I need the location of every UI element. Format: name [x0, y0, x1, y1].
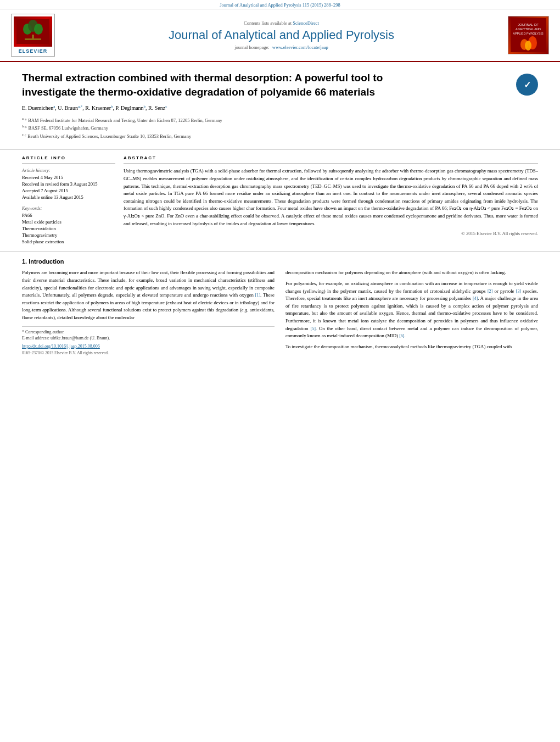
crossmark-icon: ✓: [516, 74, 538, 96]
contents-line: Contents lists available at ScienceDirec…: [60, 20, 502, 26]
keywords-label: Keywords:: [22, 205, 115, 211]
intro-right-para2: For polyamides, for example, an oxidizin…: [285, 280, 538, 340]
right-column: ABSTRACT Using thermogravimetric analysi…: [124, 155, 538, 246]
accepted-date: Accepted 7 August 2015: [22, 188, 115, 193]
authors: E. Duemichena, U. Brauna,*, R. Kraemerb,…: [22, 104, 538, 111]
abstract-copyright: © 2015 Elsevier B.V. All rights reserved…: [124, 231, 538, 236]
journal-header: ELSEVIER Contents lists available at Sci…: [0, 9, 560, 62]
affiliation-b: b ᵇ BASF SE, 67056 Ludwigshafen, Germany: [22, 124, 538, 132]
journal-citation: Journal of Analytical and Applied Pyroly…: [0, 0, 560, 9]
email-note: E-mail address: ulrike.braun@bam.de (U. …: [22, 336, 275, 341]
keyword-3: Thermo-oxidation: [22, 226, 115, 231]
keywords-section: Keywords: PA66 Metal oxide particles The…: [22, 205, 115, 244]
tree-icon: [16, 19, 49, 44]
affiliation-a: a ᵃ BAM Federal Institute for Material R…: [22, 116, 538, 124]
journal-logo-icon: JOURNAL OF ANALYTICAL AND APPLIED PYROLY…: [511, 18, 546, 52]
abstract-text: Using thermogravimetric analysis (TGA) w…: [124, 168, 538, 227]
keyword-5: Solid-phase extraction: [22, 239, 115, 244]
keyword-4: Thermogravimetry: [22, 232, 115, 238]
intro-right-para3: To investigate the decomposition mechani…: [285, 343, 538, 351]
keyword-1: PA66: [22, 213, 115, 218]
article-meta: Thermal extraction combined with thermal…: [0, 62, 560, 149]
intro-left-text: Polymers are becoming more and more impo…: [22, 269, 275, 321]
homepage-link[interactable]: www.elsevier.com/locate/jaap: [272, 44, 328, 50]
svg-text:ANALYTICAL AND: ANALYTICAL AND: [516, 27, 541, 31]
journal-logo-box: JOURNAL OF ANALYTICAL AND APPLIED PYROLY…: [508, 16, 549, 54]
homepage-line: journal homepage: www.elsevier.com/locat…: [60, 44, 502, 50]
affiliation-c: c ᶜ Beuth University of Applied Sciences…: [22, 132, 538, 140]
body-right: decomposition mechanism for polymers dep…: [285, 269, 538, 355]
sciencedirect-link[interactable]: ScienceDirect: [293, 20, 319, 26]
revised-date: Received in revised form 3 August 2015: [22, 181, 115, 187]
elsevier-logo: ELSEVIER: [11, 14, 55, 57]
article-info-abstract: ARTICLE INFO Article history: Received 4…: [0, 149, 560, 246]
footnotes: * Corresponding author. E-mail address: …: [22, 326, 275, 355]
svg-text:JOURNAL OF: JOURNAL OF: [518, 23, 539, 26]
history-label: Article history:: [22, 168, 115, 173]
journal-name: Journal of Analytical and Applied Pyroly…: [60, 28, 502, 42]
divider: [22, 164, 115, 164]
elsevier-logo-image: [14, 16, 52, 47]
journal-title-center: Contents lists available at ScienceDirec…: [55, 20, 508, 50]
abstract-divider: [124, 164, 538, 164]
article-title: Thermal extraction combined with thermal…: [22, 71, 417, 99]
corresponding-note: * Corresponding author.: [22, 330, 275, 334]
svg-rect-5: [25, 38, 41, 40]
article-info-heading: ARTICLE INFO: [22, 155, 115, 160]
body-left: Polymers are becoming more and more impo…: [22, 269, 275, 355]
svg-text:APPLIED PYROLYSIS: APPLIED PYROLYSIS: [513, 32, 544, 35]
journal-logo-right: JOURNAL OF ANALYTICAL AND APPLIED PYROLY…: [508, 16, 549, 54]
intro-right-text: decomposition mechanism for polymers dep…: [285, 269, 538, 277]
doi-link[interactable]: http://dx.doi.org/10.1016/j.jaap.2015.08…: [22, 344, 100, 349]
keyword-2: Metal oxide particles: [22, 219, 115, 225]
doi-line: http://dx.doi.org/10.1016/j.jaap.2015.08…: [22, 344, 275, 349]
body-section: 1. Introduction Polymers are becoming mo…: [0, 251, 560, 355]
left-column: ARTICLE INFO Article history: Received 4…: [22, 155, 115, 246]
svg-point-3: [34, 24, 43, 35]
body-two-col: Polymers are becoming more and more impo…: [22, 269, 538, 355]
section1-title: 1. Introduction: [22, 258, 538, 265]
elsevier-label: ELSEVIER: [14, 48, 52, 54]
affiliations: a ᵃ BAM Federal Institute for Material R…: [22, 116, 538, 140]
online-date: Available online 13 August 2015: [22, 194, 115, 200]
issn-line: 0165-2370/© 2015 Elsevier B.V. All right…: [22, 350, 275, 355]
abstract-heading: ABSTRACT: [124, 155, 538, 160]
svg-point-12: [525, 41, 531, 51]
received-date: Received 4 May 2015: [22, 175, 115, 180]
